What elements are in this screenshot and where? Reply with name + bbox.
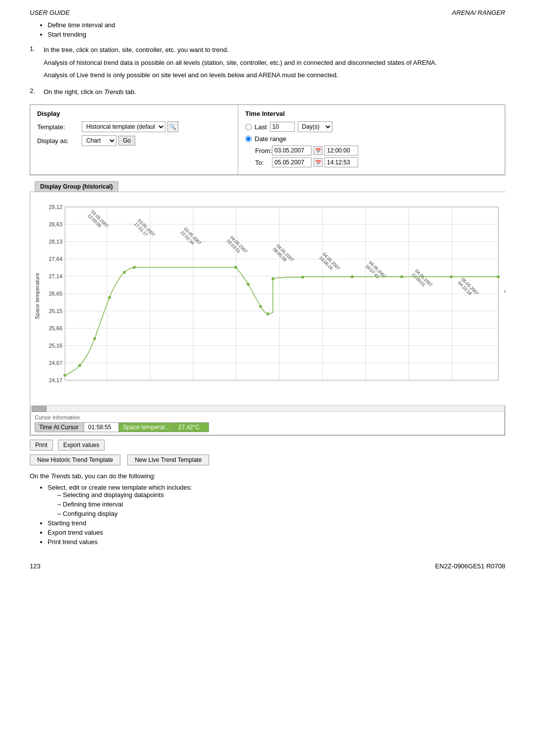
chart-tab-row: Display Group (historical) xyxy=(30,181,505,192)
lower-bullet-list: Select, edit or create new template whic… xyxy=(30,484,505,546)
svg-text:26,15: 26,15 xyxy=(49,308,62,314)
svg-point-67 xyxy=(351,275,354,278)
bullet-item-1: Define time interval and xyxy=(48,21,505,29)
print-button[interactable]: Print xyxy=(30,440,53,451)
sub-item-1: Selecting and displaying datapoints xyxy=(57,491,505,499)
trends-italic: Trends xyxy=(104,88,124,96)
lower-intro: On the Trends tab, you can do the follow… xyxy=(30,472,505,480)
template-control[interactable]: Historical template (defaul 🔍 xyxy=(82,121,178,132)
svg-text:28,13: 28,13 xyxy=(49,239,62,245)
svg-point-58 xyxy=(108,296,111,299)
last-unit-select[interactable]: Day(s) xyxy=(298,121,332,132)
bullet-item-2: Start trending xyxy=(48,31,505,38)
display-section: Display Template: Historical template (d… xyxy=(30,105,238,174)
svg-text:27,14: 27,14 xyxy=(49,273,62,279)
svg-text:26,65: 26,65 xyxy=(49,291,62,297)
svg-text:25,16: 25,16 xyxy=(49,343,62,349)
svg-point-63 xyxy=(259,305,262,308)
last-radio[interactable] xyxy=(245,124,252,130)
from-row: From: 📅 xyxy=(245,146,498,155)
svg-point-65 xyxy=(271,277,274,280)
to-calendar-icon[interactable]: 📅 xyxy=(314,158,322,167)
cursor-row: Time At Cursor 01:58:55 Space temperat..… xyxy=(35,422,500,432)
svg-text:28,63: 28,63 xyxy=(49,221,62,227)
from-label: From: xyxy=(255,147,270,154)
svg-point-59 xyxy=(123,271,126,274)
lower-text: On the Trends tab, you can do the follow… xyxy=(30,472,505,546)
display-as-label: Display as: xyxy=(37,137,82,145)
new-live-template-button[interactable]: New Live Trend Template xyxy=(127,454,209,465)
from-calendar-icon[interactable]: 📅 xyxy=(314,146,322,155)
svg-point-66 xyxy=(301,276,304,279)
trends-tab-italic: Trends xyxy=(51,472,71,480)
sub-item-3: Configuring display xyxy=(57,510,505,517)
cursor-sensor-value: 27,42°C xyxy=(174,422,209,432)
svg-point-61 xyxy=(234,266,237,269)
svg-text:25,66: 25,66 xyxy=(49,325,62,331)
to-row: To: 📅 xyxy=(245,157,498,167)
svg-point-56 xyxy=(78,364,81,367)
date-range-radio[interactable] xyxy=(245,136,252,142)
svg-text:29,12: 29,12 xyxy=(49,204,62,210)
date-range-label: Date range xyxy=(255,135,286,143)
svg-point-69 xyxy=(450,275,453,278)
chart-tab[interactable]: Display Group (historical) xyxy=(35,181,118,192)
svg-point-55 xyxy=(63,374,66,377)
cursor-info-title: Cursor Information xyxy=(35,414,500,420)
new-historic-template-button[interactable]: New Historic Trend Template xyxy=(30,454,120,465)
cursor-time-value: 01:58:55 xyxy=(84,422,119,432)
export-button[interactable]: Export values xyxy=(58,440,105,451)
sub-list-1: Selecting and displaying datapoints Defi… xyxy=(48,491,505,517)
last-radio-row[interactable]: Last Day(s) xyxy=(245,121,498,132)
page-number: 123 xyxy=(30,562,41,570)
doc-ref: EN2Z-0906GE51 R0708 xyxy=(435,562,505,570)
lower-bullet-4: Print trend values xyxy=(48,538,505,546)
panel-top: Display Template: Historical template (d… xyxy=(30,105,505,175)
chart-scrollbar[interactable] xyxy=(30,405,505,412)
chart-container: 29,12 28,63 28,13 27,64 27,14 26,65 26,1… xyxy=(30,192,505,436)
lower-bullet-1: Select, edit or create new template whic… xyxy=(48,484,505,517)
bullet-list: Define time interval and Start trending xyxy=(30,21,505,38)
step-1: 1. In the tree, click on station, site, … xyxy=(30,45,505,83)
step-2-text: On the right, click on Trends tab. xyxy=(44,87,136,100)
date-range-radio-row[interactable]: Date range xyxy=(245,135,498,143)
from-time-input[interactable] xyxy=(324,146,358,155)
template-row: Template: Historical template (defaul 🔍 xyxy=(37,121,231,132)
numbered-steps: 1. In the tree, click on station, site, … xyxy=(30,45,505,100)
go-button[interactable]: Go xyxy=(118,136,135,146)
to-label: To: xyxy=(255,159,270,166)
svg-text:24,67: 24,67 xyxy=(49,360,62,366)
cursor-info-section: Cursor Information Time At Cursor 01:58:… xyxy=(30,412,505,435)
intro-bullets: Define time interval and Start trending xyxy=(30,21,505,38)
svg-point-68 xyxy=(400,275,403,278)
template-icon-btn[interactable]: 🔍 xyxy=(167,121,178,132)
display-as-control[interactable]: Chart Go xyxy=(82,135,135,146)
to-date-input[interactable] xyxy=(272,157,312,167)
bottom-buttons: Print Export values xyxy=(30,440,505,451)
lower-bullet-3: Export trend values xyxy=(48,529,505,536)
svg-point-70 xyxy=(497,275,500,278)
to-time-input[interactable] xyxy=(324,157,358,167)
step-2-number: 2. xyxy=(30,87,44,100)
from-date-input[interactable] xyxy=(272,146,312,155)
cursor-time-label: Time At Cursor xyxy=(35,422,84,432)
svg-text:24,17: 24,17 xyxy=(49,377,62,383)
lower-bullet-2: Starting trend xyxy=(48,519,505,527)
svg-text:Space temperature: Space temperature xyxy=(34,273,40,319)
time-interval-section: Time Interval Last Day(s) Date range Fro… xyxy=(238,105,505,174)
display-as-select[interactable]: Chart xyxy=(82,135,116,146)
display-as-row: Display as: Chart Go xyxy=(37,135,231,146)
step-1-number: 1. xyxy=(30,45,44,83)
template-select[interactable]: Historical template (defaul xyxy=(82,121,165,132)
last-value-input[interactable] xyxy=(270,122,295,132)
scrollbar-thumb[interactable] xyxy=(32,406,47,412)
step-2: 2. On the right, click on Trends tab. xyxy=(30,87,505,100)
header-right: ARENA/ RANGER xyxy=(452,9,505,16)
last-label: Last xyxy=(255,123,267,131)
display-title: Display xyxy=(37,110,231,117)
svg-point-57 xyxy=(93,337,96,340)
svg-point-60 xyxy=(133,266,136,269)
svg-point-64 xyxy=(267,312,269,315)
settings-panel: Display Template: Historical template (d… xyxy=(30,104,505,175)
chart-inner: 29,12 28,63 28,13 27,64 27,14 26,65 26,1… xyxy=(30,192,505,405)
